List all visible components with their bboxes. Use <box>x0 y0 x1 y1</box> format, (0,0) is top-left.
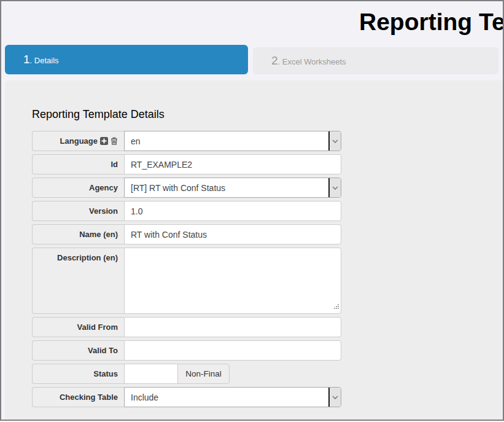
version-label: Version <box>32 201 124 221</box>
page-title: Reporting Template <box>359 9 504 36</box>
chevron-down-icon <box>328 178 341 197</box>
valid-from-input[interactable] <box>124 317 341 337</box>
form-row-name: Name (en) <box>32 224 504 244</box>
id-label: Id <box>32 154 124 174</box>
tab-excel-worksheets-text: 2. Excel Worksheets <box>271 54 346 68</box>
form-row-status: Status Non-Final <box>32 364 504 384</box>
language-label: Language <box>32 131 124 151</box>
id-input[interactable] <box>124 154 341 174</box>
delete-language-trash-icon[interactable] <box>110 137 118 145</box>
valid-from-label: Valid From <box>32 317 124 337</box>
form-row-valid-from: Valid From <box>32 317 504 337</box>
form-row-id: Id <box>32 154 504 174</box>
status-addon: Non-Final <box>177 364 230 384</box>
valid-to-label: Valid To <box>32 340 124 361</box>
name-input[interactable] <box>124 224 341 244</box>
add-language-icon[interactable] <box>100 137 108 145</box>
description-textarea-wrap <box>124 248 341 314</box>
form-row-checking-table: Checking Table Include <box>32 387 504 407</box>
tab-details-text: 1. Details <box>23 53 59 66</box>
name-label: Name (en) <box>32 224 124 244</box>
description-textarea[interactable] <box>124 248 341 314</box>
version-input[interactable] <box>124 201 341 221</box>
app-window: Reporting Template 1. Details 2. Excel W… <box>0 0 504 421</box>
form-row-valid-to: Valid To <box>32 340 504 361</box>
valid-to-input[interactable] <box>124 340 341 361</box>
chevron-down-icon <box>328 388 341 407</box>
form-row-agency: Agency [RT] RT with Conf Status <box>32 178 504 198</box>
panel-heading: Reporting Template Details <box>32 108 504 121</box>
checking-table-select[interactable]: Include <box>124 387 341 407</box>
details-panel: Reporting Template Details Language en <box>5 80 504 421</box>
chevron-down-icon <box>328 131 341 150</box>
language-select[interactable]: en <box>124 131 341 151</box>
agency-label: Agency <box>32 178 124 198</box>
form-row-language: Language en <box>32 131 504 151</box>
status-input[interactable] <box>124 364 178 384</box>
description-label: Description (en) <box>32 248 124 314</box>
form-row-description: Description (en) <box>32 248 504 314</box>
checking-table-label: Checking Table <box>32 387 124 407</box>
form-row-version: Version <box>32 201 504 221</box>
agency-select[interactable]: [RT] RT with Conf Status <box>124 178 341 198</box>
tab-excel-worksheets[interactable]: 2. Excel Worksheets <box>253 47 498 74</box>
status-label: Status <box>32 364 124 384</box>
tab-details[interactable]: 1. Details <box>5 45 248 74</box>
